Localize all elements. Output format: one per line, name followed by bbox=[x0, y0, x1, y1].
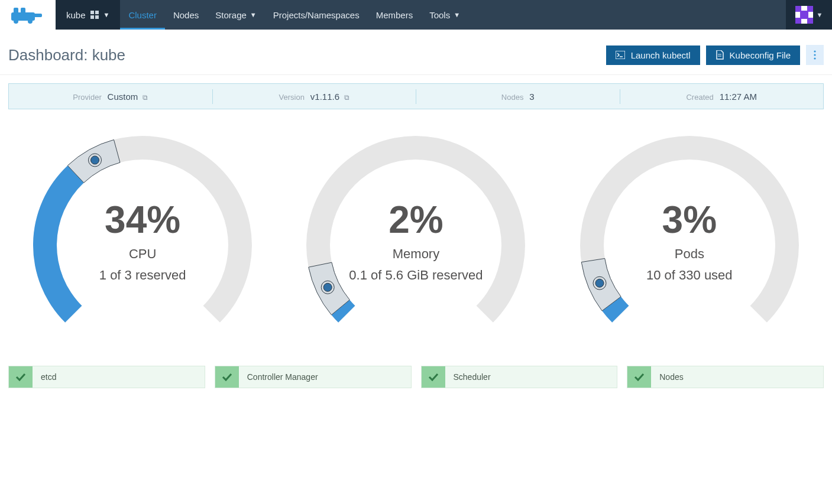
svg-rect-8 bbox=[90, 15, 94, 19]
user-menu[interactable]: ▼ bbox=[786, 0, 832, 30]
nav-storage[interactable]: Storage ▼ bbox=[207, 0, 264, 30]
check-icon bbox=[215, 366, 239, 388]
status-etcd[interactable]: etcd bbox=[8, 366, 205, 388]
gauge-percent: 3% bbox=[553, 198, 825, 242]
svg-rect-10 bbox=[616, 51, 625, 59]
svg-rect-9 bbox=[95, 15, 99, 19]
gauge-percent: 34% bbox=[7, 198, 279, 242]
gauge-percent: 2% bbox=[280, 198, 552, 242]
info-version: Version v1.11.6 ⧉ bbox=[213, 89, 417, 104]
gauge-pods: 3% Pods 10 of 330 used bbox=[553, 127, 825, 360]
nav-nodes[interactable]: Nodes bbox=[165, 0, 207, 30]
info-value: 3 bbox=[529, 92, 534, 102]
page-header: Dashboard: kube Launch kubectl Kubeconfi… bbox=[0, 30, 832, 75]
top-nav: kube ▼ Cluster Nodes Storage ▼ Projects/… bbox=[0, 0, 832, 30]
status-row: etcd Controller Manager Scheduler Nodes bbox=[0, 360, 832, 400]
info-value: v1.11.6 bbox=[310, 92, 339, 102]
cluster-info-strip: Provider Custom ⧉ Version v1.11.6 ⧉ Node… bbox=[8, 83, 824, 109]
svg-point-4 bbox=[28, 19, 33, 24]
rancher-logo-icon bbox=[10, 5, 46, 24]
gauge-cpu: 34% CPU 1 of 3 reserved bbox=[7, 127, 279, 360]
page-title-name: kube bbox=[92, 46, 125, 64]
nav-label: Storage bbox=[215, 10, 247, 20]
nav-label: Tools bbox=[429, 10, 450, 20]
gauge-label: Memory bbox=[280, 246, 552, 262]
chevron-down-icon: ▼ bbox=[454, 11, 460, 18]
svg-point-14 bbox=[814, 50, 815, 52]
nav-cluster[interactable]: Cluster bbox=[120, 0, 165, 30]
info-label: Provider bbox=[73, 93, 101, 102]
info-created: Created 11:27 AM bbox=[620, 89, 824, 104]
svg-point-15 bbox=[814, 54, 815, 56]
info-label: Nodes bbox=[501, 93, 524, 102]
nav-label: Projects/Namespaces bbox=[273, 10, 360, 20]
svg-point-18 bbox=[91, 156, 99, 164]
nav-members[interactable]: Members bbox=[368, 0, 422, 30]
chevron-down-icon: ▼ bbox=[817, 11, 823, 18]
svg-point-16 bbox=[814, 57, 815, 59]
svg-rect-6 bbox=[90, 11, 94, 14]
avatar-icon bbox=[795, 6, 813, 24]
terminal-icon bbox=[616, 51, 625, 59]
status-scheduler[interactable]: Scheduler bbox=[421, 366, 618, 388]
svg-point-20 bbox=[324, 283, 332, 291]
cluster-selector-label: kube bbox=[66, 10, 86, 20]
nav-label: Nodes bbox=[173, 10, 199, 20]
status-label: Nodes bbox=[651, 366, 823, 388]
status-controller-manager[interactable]: Controller Manager bbox=[215, 366, 412, 388]
check-icon bbox=[627, 366, 651, 388]
copy-icon[interactable]: ⧉ bbox=[143, 93, 148, 102]
chevron-down-icon: ▼ bbox=[250, 11, 257, 18]
kebab-icon bbox=[814, 50, 816, 60]
cluster-selector[interactable]: kube ▼ bbox=[56, 0, 120, 30]
info-label: Version bbox=[279, 93, 305, 102]
status-label: etcd bbox=[33, 366, 205, 388]
page-title: Dashboard: kube bbox=[8, 46, 125, 64]
status-label: Controller Manager bbox=[239, 366, 411, 388]
status-label: Scheduler bbox=[445, 366, 617, 388]
svg-rect-5 bbox=[34, 14, 42, 17]
gauge-detail: 10 of 330 used bbox=[553, 268, 825, 283]
button-label: Launch kubectl bbox=[631, 50, 691, 60]
chevron-down-icon: ▼ bbox=[103, 11, 110, 18]
page-title-prefix: Dashboard: bbox=[8, 46, 92, 64]
info-value: 11:27 AM bbox=[720, 92, 757, 102]
more-actions-button[interactable] bbox=[806, 45, 824, 65]
gauges-row: 34% CPU 1 of 3 reserved 2% Memory 0.1 of… bbox=[0, 127, 832, 360]
svg-rect-1 bbox=[14, 8, 18, 14]
svg-rect-2 bbox=[21, 8, 25, 14]
gauge-memory: 2% Memory 0.1 of 5.6 GiB reserved bbox=[280, 127, 552, 360]
kubeconfig-file-button[interactable]: Kubeconfig File bbox=[706, 45, 800, 65]
logo[interactable] bbox=[0, 0, 56, 30]
gauge-detail: 1 of 3 reserved bbox=[7, 268, 279, 283]
nav-tools[interactable]: Tools ▼ bbox=[421, 0, 468, 30]
gauge-label: Pods bbox=[553, 246, 825, 262]
button-label: Kubeconfig File bbox=[730, 50, 791, 60]
nav-label: Members bbox=[376, 10, 413, 20]
gauge-label: CPU bbox=[7, 246, 279, 262]
nav-label: Cluster bbox=[128, 10, 157, 20]
copy-icon[interactable]: ⧉ bbox=[344, 93, 349, 102]
check-icon bbox=[9, 366, 33, 388]
nav-projects-namespaces[interactable]: Projects/Namespaces bbox=[265, 0, 368, 30]
check-icon bbox=[422, 366, 445, 388]
nav-items: Cluster Nodes Storage ▼ Projects/Namespa… bbox=[120, 0, 468, 30]
info-nodes: Nodes 3 bbox=[416, 89, 620, 104]
file-icon bbox=[716, 50, 724, 60]
gauge-detail: 0.1 of 5.6 GiB reserved bbox=[280, 268, 552, 283]
info-provider: Provider Custom ⧉ bbox=[9, 89, 213, 104]
status-nodes[interactable]: Nodes bbox=[627, 366, 824, 388]
svg-point-3 bbox=[14, 19, 18, 24]
info-label: Created bbox=[686, 93, 713, 102]
svg-rect-7 bbox=[95, 11, 99, 14]
info-value: Custom bbox=[108, 92, 138, 102]
launch-kubectl-button[interactable]: Launch kubectl bbox=[606, 45, 700, 65]
grid-icon bbox=[90, 11, 99, 19]
